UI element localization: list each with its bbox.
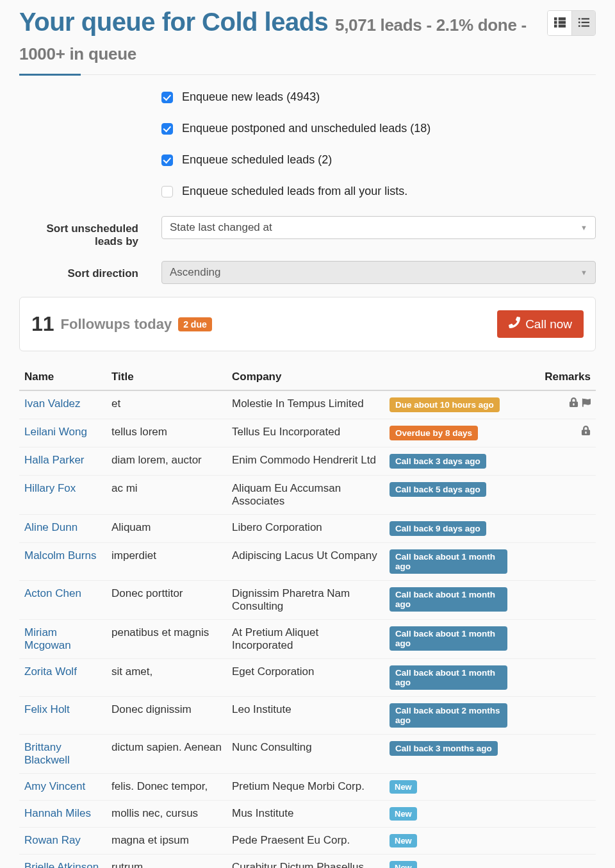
lead-title: felis. Donec tempor, — [106, 774, 227, 801]
checkbox-label-0: Enqueue new leads (4943) — [182, 90, 320, 104]
lead-name-link[interactable]: Hannah Miles — [24, 807, 91, 819]
lead-name-link[interactable]: Amy Vincent — [24, 780, 85, 792]
status-badge: Call back 3 months ago — [390, 741, 498, 756]
lead-remarks — [512, 735, 596, 774]
table-row: Rowan Raymagna et ipsumPede Praesent Eu … — [19, 828, 596, 855]
lock-icon — [581, 426, 591, 438]
svg-rect-7 — [582, 18, 589, 19]
table-row: Acton ChenDonec porttitorDignissim Phare… — [19, 581, 596, 620]
lead-title: Aliquam — [106, 515, 227, 543]
lead-company: Molestie In Tempus Limited — [227, 390, 384, 419]
status-badge: Due about 10 hours ago — [390, 397, 500, 412]
followups-due-badge: 2 due — [178, 317, 212, 331]
table-row: Malcolm BurnsimperdietAdipiscing Lacus U… — [19, 543, 596, 581]
lead-remarks — [512, 774, 596, 801]
th-remarks: Remarks — [512, 364, 596, 390]
status-badge: Call back 3 days ago — [390, 454, 486, 469]
sort-by-select[interactable]: State last changed at ▼ — [161, 216, 596, 239]
svg-point-10 — [578, 25, 580, 27]
th-list-icon — [554, 17, 566, 30]
th-name: Name — [19, 364, 106, 390]
lead-name-link[interactable]: Rowan Ray — [24, 834, 81, 846]
lead-name-link[interactable]: Acton Chen — [24, 587, 81, 599]
list-icon — [578, 17, 589, 30]
lock-icon — [569, 397, 578, 410]
lead-remarks — [512, 419, 596, 447]
status-badge: Call back about 1 month ago — [390, 626, 507, 651]
checkbox-label-2: Enqueue scheduled leads (2) — [182, 153, 332, 167]
checkbox-3[interactable] — [161, 186, 173, 197]
checkbox-label-3: Enqueue scheduled leads from all your li… — [182, 185, 407, 198]
status-badge: Call back 9 days ago — [390, 521, 486, 536]
status-badge: New — [390, 834, 417, 847]
lead-remarks — [512, 855, 596, 869]
lead-name-link[interactable]: Leilani Wong — [24, 426, 87, 438]
status-badge: Overdue by 8 days — [390, 426, 478, 440]
lead-name-link[interactable]: Hillary Fox — [24, 482, 76, 494]
table-row: Ivan ValdezetMolestie In Tempus LimitedD… — [19, 390, 596, 419]
lead-title: diam lorem, auctor — [106, 447, 227, 476]
lead-name-link[interactable]: Brittany Blackwell — [24, 741, 70, 766]
checkbox-row-3: Enqueue scheduled leads from all your li… — [161, 185, 596, 198]
svg-rect-2 — [554, 21, 557, 24]
checkbox-0[interactable] — [161, 92, 173, 103]
lead-company: Leo Institute — [227, 697, 384, 735]
table-row: Brittany Blackwelldictum sapien. AeneanN… — [19, 735, 596, 774]
view-list-button[interactable] — [571, 11, 595, 35]
lead-name-link[interactable]: Aline Dunn — [24, 521, 78, 533]
followups-label: Followups today — [61, 316, 172, 333]
lead-title: mollis nec, cursus — [106, 801, 227, 828]
table-row: Hillary Foxac miAliquam Eu Accumsan Asso… — [19, 476, 596, 515]
checkbox-2[interactable] — [161, 154, 173, 166]
sort-by-label: Sort unscheduled leads by — [19, 216, 138, 248]
lead-name-link[interactable]: Felix Holt — [24, 703, 70, 715]
call-now-button[interactable]: Call now — [497, 310, 584, 338]
table-row: Leilani Wongtellus loremTellus Eu Incorp… — [19, 419, 596, 447]
lead-company: Libero Corporation — [227, 515, 384, 543]
svg-rect-1 — [558, 17, 565, 21]
status-badge: New — [390, 780, 417, 794]
status-badge: Call back about 1 month ago — [390, 549, 507, 574]
lead-name-link[interactable]: Zorita Wolf — [24, 665, 77, 678]
table-row: Miriam Mcgowanpenatibus et magnisAt Pret… — [19, 620, 596, 659]
checkbox-label-1: Enqueue postponed and unscheduled leads … — [182, 122, 430, 135]
svg-point-8 — [578, 21, 580, 23]
lead-title: Donec porttitor — [106, 581, 227, 620]
followups-card: 11 Followups today 2 due Call now — [19, 297, 596, 351]
svg-rect-0 — [554, 17, 557, 21]
lead-title: Donec dignissim — [106, 697, 227, 735]
lead-remarks — [512, 390, 596, 419]
lead-name-link[interactable]: Miriam Mcgowan — [24, 626, 71, 651]
lead-title: imperdiet — [106, 543, 227, 581]
lead-name-link[interactable]: Ivan Valdez — [24, 397, 81, 410]
lead-company: Curabitur Dictum Phasellus — [227, 855, 384, 869]
view-grid-button[interactable] — [548, 11, 571, 35]
lead-company: Dignissim Pharetra Nam Consulting — [227, 581, 384, 620]
svg-rect-5 — [558, 24, 565, 28]
sort-direction-select[interactable]: Ascending ▼ — [161, 261, 596, 284]
checkbox-row-0: Enqueue new leads (4943) — [161, 90, 596, 104]
lead-remarks — [512, 620, 596, 659]
lead-company: Mus Institute — [227, 801, 384, 828]
svg-rect-3 — [558, 21, 565, 24]
lead-title: tellus lorem — [106, 419, 227, 447]
svg-rect-4 — [554, 24, 557, 28]
lead-name-link[interactable]: Halla Parker — [24, 454, 85, 466]
sort-direction-value: Ascending — [170, 266, 220, 279]
checkbox-row-1: Enqueue postponed and unscheduled leads … — [161, 122, 596, 135]
th-title: Title — [106, 364, 227, 390]
table-row: Brielle AtkinsonrutrumCurabitur Dictum P… — [19, 855, 596, 869]
lead-name-link[interactable]: Brielle Atkinson — [24, 861, 99, 868]
lead-company: At Pretium Aliquet Incorporated — [227, 620, 384, 659]
svg-rect-9 — [582, 21, 589, 22]
lead-company: Adipiscing Lacus Ut Company — [227, 543, 384, 581]
lead-title: penatibus et magnis — [106, 620, 227, 659]
call-now-label: Call now — [525, 317, 572, 331]
lead-remarks — [512, 447, 596, 476]
table-row: Amy Vincentfelis. Donec tempor,Pretium N… — [19, 774, 596, 801]
status-badge: Call back about 1 month ago — [390, 587, 507, 612]
lead-name-link[interactable]: Malcolm Burns — [24, 549, 96, 562]
lead-title: rutrum — [106, 855, 227, 869]
checkbox-1[interactable] — [161, 123, 173, 135]
page-title-main: Your queue for Cold leads — [19, 8, 328, 36]
